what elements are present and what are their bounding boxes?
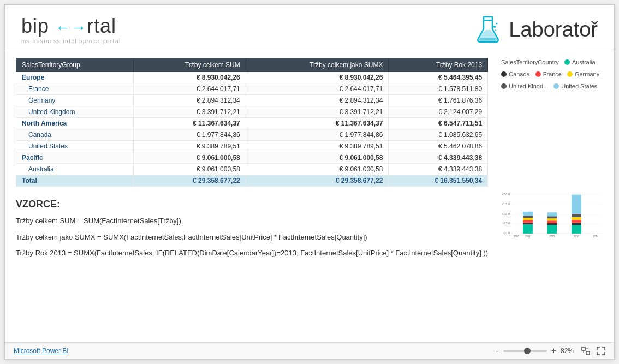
zoom-minus[interactable]: - (496, 346, 498, 356)
svg-rect-23 (547, 218, 557, 220)
chart-label: SalesTerritoryCountry (501, 59, 559, 65)
legend-dot-germany (567, 71, 573, 77)
bottom-icons (581, 347, 605, 355)
logo-biportal: bip ←→rtal (21, 15, 116, 38)
legend-germany: Germany (567, 71, 599, 77)
svg-rect-20 (547, 225, 557, 234)
svg-rect-18 (523, 216, 533, 218)
svg-rect-31 (572, 195, 581, 214)
legend-dot-canada (501, 71, 507, 77)
table-row: Germany€ 2.894.312,34€ 2.894.312,34€ 1.7… (16, 95, 488, 106)
legend-australia: Australia (564, 59, 596, 65)
table-row: Canada€ 1.977.844,86€ 1.977.844,86€ 1.08… (16, 129, 488, 141)
data-table: SalesTerritoryGroup Tržby celkem SUM Trž… (16, 58, 488, 187)
lab-area: Laboratoř (475, 15, 598, 44)
logo-subtitle: ms business intelligence portal (21, 38, 121, 44)
logo-area: bip ←→rtal ms business intelligence port… (21, 15, 121, 44)
formulas-section: VZORCE: Tržby celkem SUM = SUM(FactInter… (16, 194, 488, 264)
svg-rect-28 (572, 220, 581, 223)
svg-text:€ 20 Mi: € 20 Mi (502, 193, 510, 196)
svg-rect-22 (547, 220, 557, 223)
table-row: Australia€ 9.061.000,58€ 9.061.000,58€ 4… (16, 164, 488, 175)
svg-text:€ 10 Mi: € 10 Mi (502, 213, 510, 216)
svg-text:2010: 2010 (514, 235, 519, 238)
legend-france: France (535, 71, 562, 77)
svg-point-1 (493, 26, 496, 28)
powerbi-link[interactable]: Microsoft Power BI (14, 347, 69, 355)
table-row: Pacific€ 9.061.000,58€ 9.061.000,58€ 4.3… (16, 152, 488, 164)
formula-line-1: Tržby celkem SUM = SUM(FactInternetSales… (16, 216, 488, 226)
col-header-sum: Tržby celkem SUM (134, 58, 246, 72)
svg-rect-21 (547, 223, 557, 225)
legend-us: United States (553, 83, 597, 89)
zoom-slider[interactable] (503, 350, 547, 352)
chart-section: SalesTerritoryCountry Australia Canada F… (501, 58, 603, 339)
svg-rect-37 (582, 347, 585, 350)
fullscreen-icon[interactable] (597, 347, 605, 355)
svg-rect-15 (523, 223, 533, 225)
svg-rect-30 (572, 214, 581, 217)
zoom-plus[interactable]: + (551, 346, 556, 356)
svg-text:2012: 2012 (550, 235, 555, 238)
formula-line-3: Tržby Rok 2013 = SUMX(FactInternetSales;… (16, 248, 488, 259)
legend-canada: Canada (501, 71, 530, 77)
formula-line-2: Tržby celkem jako SUMX = SUMX(FactIntern… (16, 232, 488, 243)
svg-rect-27 (572, 223, 581, 225)
svg-rect-24 (547, 216, 557, 218)
zoom-value: 82% (561, 347, 577, 355)
table-row: France€ 2.644.017,71€ 2.644.017,71€ 1.57… (16, 83, 488, 95)
zoom-control: - + 82% (496, 346, 605, 356)
table-row: North America€ 11.367.634,37€ 11.367.634… (16, 118, 488, 129)
table-row: Total€ 29.358.677,22€ 29.358.677,22€ 16.… (16, 175, 488, 187)
fit-page-icon[interactable] (581, 347, 590, 355)
formulas-title: VZORCE: (16, 199, 488, 210)
svg-rect-38 (586, 351, 590, 355)
col-header-group: SalesTerritoryGroup (16, 58, 134, 72)
table-row: United States€ 9.389.789,51€ 9.389.789,5… (16, 141, 488, 152)
flask-icon (475, 15, 501, 44)
bar-chart: € 20 Mi € 15 Mi € 10 Mi € 5 Mi € 0 Mi (501, 92, 603, 339)
svg-text:2013: 2013 (574, 235, 579, 238)
svg-rect-19 (523, 212, 533, 216)
svg-rect-17 (523, 218, 533, 220)
bottom-bar: Microsoft Power BI - + 82% (5, 342, 614, 359)
svg-rect-14 (523, 224, 533, 233)
legend-uk: United Kingd... (501, 83, 548, 89)
table-row: Europe€ 8.930.042,26€ 8.930.042,26€ 5.46… (16, 72, 488, 83)
svg-text:€ 15 Mi: € 15 Mi (502, 203, 510, 206)
legend-dot-australia (564, 59, 570, 65)
legend-dot-us (553, 83, 559, 89)
table-row: United Kingdom€ 3.391.712,21€ 3.391.712,… (16, 106, 488, 118)
legend-dot-france (535, 71, 541, 77)
col-header-rok2013: Tržby Rok 2013 (389, 58, 488, 72)
svg-text:€ 5 Mi: € 5 Mi (504, 222, 510, 225)
lab-title: Laboratoř (509, 18, 598, 41)
legend-dot-uk (501, 83, 507, 89)
svg-text:2011: 2011 (525, 235, 531, 238)
zoom-thumb (524, 348, 531, 354)
svg-rect-25 (547, 212, 557, 216)
chart-legend: SalesTerritoryCountry Australia Canada F… (501, 59, 603, 89)
svg-point-3 (495, 29, 496, 31)
svg-rect-29 (572, 217, 581, 220)
svg-point-2 (496, 23, 498, 25)
svg-text:2014: 2014 (593, 235, 599, 238)
svg-text:€ 0 Mi: € 0 Mi (504, 232, 510, 235)
svg-rect-16 (523, 220, 533, 222)
col-header-sumx: Tržby celkem jako SUMX (246, 58, 389, 72)
svg-rect-26 (572, 225, 581, 234)
